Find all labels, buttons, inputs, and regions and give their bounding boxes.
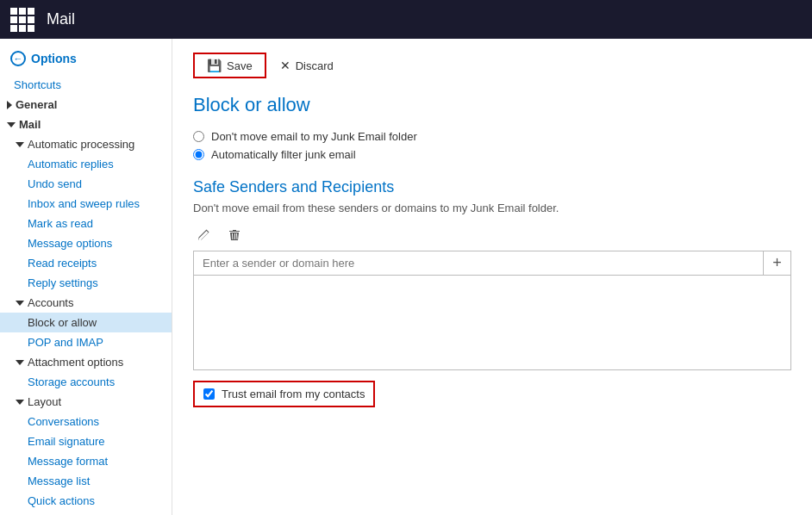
options-header[interactable]: ← Options: [0, 46, 172, 75]
triangle-down-icon-4: [16, 360, 24, 365]
sidebar-item-message-format[interactable]: Message format: [0, 451, 172, 471]
sidebar-section-attachment[interactable]: Attachment options: [0, 352, 172, 372]
radio-auto-filter[interactable]: [193, 149, 204, 160]
delete-button[interactable]: [224, 225, 245, 245]
sidebar-item-message-list[interactable]: Message list: [0, 471, 172, 491]
radio-item-auto-filter: Automatically filter junk email: [193, 148, 791, 161]
back-icon[interactable]: ←: [10, 51, 26, 66]
pencil-icon: [197, 228, 210, 242]
sender-input[interactable]: [193, 251, 764, 276]
topbar: Mail: [0, 0, 812, 39]
app-grid-icon[interactable]: [10, 8, 34, 32]
discard-x-icon: ✕: [280, 59, 290, 72]
edit-button[interactable]: [193, 225, 214, 245]
radio-no-junk[interactable]: [193, 131, 204, 142]
main-layout: ← Options Shortcuts General Mail Automat…: [0, 39, 812, 515]
sidebar-item-inbox-sweep[interactable]: Inbox and sweep rules: [0, 194, 172, 214]
save-button[interactable]: 💾 Save: [193, 53, 266, 78]
radio-auto-filter-label[interactable]: Automatically filter junk email: [211, 148, 356, 161]
sidebar-item-message-options[interactable]: Message options: [0, 233, 172, 253]
trust-contacts-checkbox[interactable]: [203, 388, 215, 400]
sidebar-item-storage-accounts[interactable]: Storage accounts: [0, 372, 172, 392]
triangle-down-icon-5: [16, 400, 24, 405]
sidebar-item-shortcuts[interactable]: Shortcuts: [0, 75, 172, 95]
safe-senders-desc: Don't move email from these senders or d…: [193, 202, 791, 214]
sidebar-item-reply-settings[interactable]: Reply settings: [0, 273, 172, 293]
add-sender-button[interactable]: +: [764, 251, 791, 276]
main-content: 💾 Save ✕ Discard Block or allow Don't mo…: [172, 39, 812, 515]
sidebar: ← Options Shortcuts General Mail Automat…: [0, 39, 172, 515]
triangle-down-icon: [7, 122, 16, 127]
options-label: Options: [31, 52, 77, 65]
trash-icon: [228, 228, 241, 242]
sidebar-item-auto-replies[interactable]: Automatic replies: [0, 154, 172, 174]
radio-item-no-junk: Don't move email to my Junk Email folder: [193, 130, 791, 143]
trust-contacts-label[interactable]: Trust email from my contacts: [222, 388, 365, 400]
sidebar-section-accounts[interactable]: Accounts: [0, 293, 172, 313]
senders-list: [193, 276, 791, 370]
page-title: Block or allow: [193, 94, 791, 116]
junk-email-options: Don't move email to my Junk Email folder…: [193, 130, 791, 161]
sidebar-item-pop-imap[interactable]: POP and IMAP: [0, 332, 172, 352]
trust-contacts-row[interactable]: Trust email from my contacts: [193, 381, 375, 407]
triangle-right-icon: [7, 101, 12, 109]
sidebar-section-mail[interactable]: Mail: [0, 115, 172, 134]
save-icon: 💾: [207, 59, 222, 72]
discard-button[interactable]: ✕ Discard: [280, 59, 334, 72]
sender-input-row: +: [193, 251, 791, 276]
senders-icon-toolbar: [193, 225, 791, 245]
triangle-down-icon-3: [16, 301, 24, 306]
sidebar-section-auto-processing[interactable]: Automatic processing: [0, 134, 172, 154]
sidebar-section-general[interactable]: General: [0, 95, 172, 115]
sidebar-item-undo-send[interactable]: Undo send: [0, 174, 172, 194]
sidebar-item-quick-actions[interactable]: Quick actions: [0, 491, 172, 511]
app-title: Mail: [47, 10, 75, 28]
sidebar-item-conversations[interactable]: Conversations: [0, 412, 172, 431]
triangle-down-icon-2: [16, 142, 24, 147]
sidebar-section-layout[interactable]: Layout: [0, 392, 172, 412]
sidebar-item-mark-read[interactable]: Mark as read: [0, 214, 172, 233]
toolbar: 💾 Save ✕ Discard: [193, 53, 791, 78]
radio-no-junk-label[interactable]: Don't move email to my Junk Email folder: [211, 130, 417, 143]
safe-senders-title: Safe Senders and Recipients: [193, 178, 791, 196]
sidebar-item-block-allow[interactable]: Block or allow: [0, 313, 172, 332]
sidebar-item-read-receipts[interactable]: Read receipts: [0, 253, 172, 273]
sidebar-item-email-signature[interactable]: Email signature: [0, 431, 172, 451]
